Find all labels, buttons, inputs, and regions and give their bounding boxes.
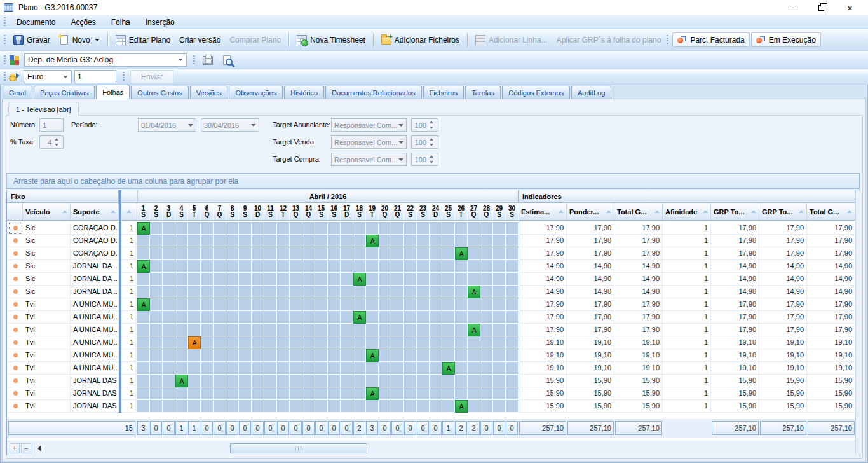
day-cell-6[interactable]: [201, 273, 214, 286]
row-indicator[interactable]: [8, 273, 23, 286]
cell-indicator-value[interactable]: 17,90: [519, 222, 567, 235]
day-cell-3[interactable]: [163, 222, 175, 235]
column-header-day-1[interactable]: 1S: [137, 203, 150, 220]
day-cell-7[interactable]: [214, 324, 226, 336]
day-cell-25[interactable]: [442, 298, 455, 311]
cell-indicator-value[interactable]: 17,90: [519, 247, 567, 260]
day-cell-4[interactable]: [175, 387, 188, 400]
column-header-day-11[interactable]: 11S: [264, 203, 277, 220]
day-cell-30[interactable]: [506, 375, 519, 387]
day-cell-24[interactable]: [430, 286, 442, 298]
day-cell-11[interactable]: [264, 336, 277, 349]
menu-accoes[interactable]: Acções: [63, 17, 103, 28]
day-cell-5[interactable]: [188, 298, 201, 311]
day-cell-27[interactable]: [468, 222, 480, 235]
cell-qty[interactable]: 1: [121, 387, 136, 400]
day-cell-4[interactable]: [175, 273, 188, 286]
column-header-day-15[interactable]: 15S: [315, 203, 328, 220]
day-cell-7[interactable]: [214, 387, 226, 400]
day-cell-9[interactable]: [239, 286, 252, 298]
day-cell-14[interactable]: [302, 362, 315, 375]
day-cell-4[interactable]: [175, 324, 188, 336]
cell-qty[interactable]: 1: [121, 298, 136, 311]
cell-indicator-value[interactable]: 1: [663, 400, 711, 413]
day-cell-15[interactable]: [315, 298, 328, 311]
row-indicator[interactable]: [8, 247, 23, 260]
cell-indicator-value[interactable]: 17,90: [614, 311, 663, 324]
column-header-day-10[interactable]: 10D: [252, 203, 264, 220]
day-cell-24[interactable]: [430, 222, 442, 235]
day-cell-10[interactable]: [252, 324, 264, 336]
day-cell-26[interactable]: [455, 273, 468, 286]
day-cell-28[interactable]: [480, 349, 493, 362]
day-cell-18[interactable]: [353, 235, 366, 247]
day-cell-30[interactable]: [506, 286, 519, 298]
day-cell-28[interactable]: [480, 273, 493, 286]
cell-indicator-value[interactable]: 19,10: [807, 362, 855, 375]
day-cell-9[interactable]: [239, 273, 252, 286]
cell-indicator-value[interactable]: 14,90: [614, 273, 663, 286]
day-cell-11[interactable]: [264, 324, 277, 336]
day-cell-22[interactable]: [404, 286, 417, 298]
day-cell-4[interactable]: [175, 260, 188, 273]
tab-outros-custos[interactable]: Outros Custos: [131, 86, 188, 99]
day-cell-28[interactable]: [480, 311, 493, 324]
day-cell-1[interactable]: [137, 387, 150, 400]
day-cell-13[interactable]: [290, 247, 302, 260]
day-cell-11[interactable]: [264, 400, 277, 413]
day-cell-1[interactable]: [137, 400, 150, 413]
column-header-grp-to-5[interactable]: GRP To...: [759, 203, 807, 220]
day-cell-16[interactable]: [328, 222, 341, 235]
column-header-day-30[interactable]: 30S: [506, 203, 519, 220]
day-cell-21[interactable]: [391, 260, 404, 273]
day-cell-4[interactable]: [175, 286, 188, 298]
day-cell-18[interactable]: [353, 375, 366, 387]
day-cell-8[interactable]: [226, 362, 239, 375]
column-header-suporte[interactable]: Suporte: [71, 203, 119, 220]
fixed-column-splitter[interactable]: [119, 190, 121, 413]
row-indicator[interactable]: [8, 349, 23, 362]
cell-qty[interactable]: 1: [121, 400, 136, 413]
day-cell-29[interactable]: [493, 349, 506, 362]
cell-qty[interactable]: 1: [121, 336, 136, 349]
scroll-left-icon[interactable]: [37, 445, 41, 452]
day-cell-1[interactable]: A: [137, 298, 150, 311]
day-cell-2[interactable]: [150, 286, 163, 298]
day-cell-24[interactable]: [430, 362, 442, 375]
cell-indicator-value[interactable]: 19,10: [567, 336, 614, 349]
cell-indicator-value[interactable]: 19,10: [567, 349, 614, 362]
day-cell-21[interactable]: [391, 387, 404, 400]
day-cell-6[interactable]: [201, 286, 214, 298]
day-cell-19[interactable]: [366, 273, 379, 286]
day-cell-30[interactable]: [506, 336, 519, 349]
day-cell-23[interactable]: [417, 311, 430, 324]
day-cell-8[interactable]: [226, 336, 239, 349]
row-indicator[interactable]: [8, 311, 23, 324]
day-cell-7[interactable]: [214, 311, 226, 324]
day-cell-12[interactable]: [277, 260, 290, 273]
day-cell-20[interactable]: [379, 400, 391, 413]
column-header-day-2[interactable]: 2S: [150, 203, 163, 220]
cell-indicator-value[interactable]: 15,90: [567, 387, 614, 400]
day-cell-9[interactable]: [239, 324, 252, 336]
day-cell-3[interactable]: [163, 349, 175, 362]
cell-indicator-value[interactable]: 17,90: [807, 235, 855, 247]
day-cell-15[interactable]: [315, 324, 328, 336]
day-cell-29[interactable]: [493, 324, 506, 336]
day-cell-3[interactable]: [163, 336, 175, 349]
day-cell-28[interactable]: [480, 400, 493, 413]
cell-indicator-value[interactable]: 19,10: [519, 362, 567, 375]
cell-suporte[interactable]: JORNAL DA ...: [71, 260, 119, 273]
day-cell-1[interactable]: [137, 311, 150, 324]
day-cell-7[interactable]: [214, 400, 226, 413]
column-header-day-23[interactable]: 23S: [417, 203, 430, 220]
day-cell-29[interactable]: [493, 311, 506, 324]
day-cell-21[interactable]: [391, 298, 404, 311]
day-cell-12[interactable]: [277, 222, 290, 235]
day-cell-25[interactable]: A: [442, 362, 455, 375]
cell-indicator-value[interactable]: 17,90: [567, 324, 614, 336]
day-cell-14[interactable]: [302, 235, 315, 247]
cell-indicator-value[interactable]: 19,10: [759, 349, 807, 362]
day-cell-1[interactable]: A: [137, 260, 150, 273]
day-cell-15[interactable]: [315, 400, 328, 413]
